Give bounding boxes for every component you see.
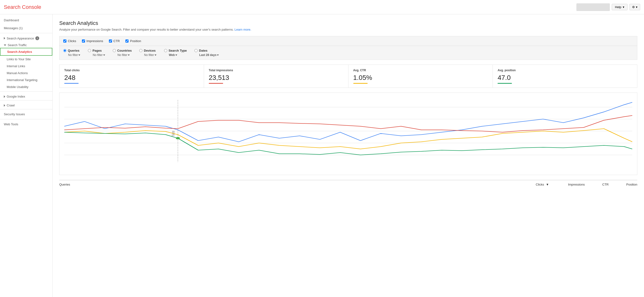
sidebar-item-manual-actions[interactable]: Manual Actions [0,70,52,77]
sidebar-section-search-traffic[interactable]: Search Traffic [0,41,52,48]
countries-sublabel[interactable]: No filter [113,53,132,57]
pages-radio[interactable] [88,49,91,52]
pages-radio-label[interactable]: Pages [88,49,105,52]
sort-descending-icon: ▼ [546,183,549,186]
sidebar-item-internal-links[interactable]: Internal Links [0,63,52,70]
position-checkbox-label[interactable]: Position [126,39,141,43]
stat-card-position: Avg. position 47.0 [493,65,637,88]
pages-sublabel[interactable]: No filter [88,53,105,57]
ctr-line [64,129,632,149]
dashboard-label: Dashboard [4,19,19,22]
queries-column-header[interactable]: Queries [59,183,513,186]
devices-radio-label[interactable]: Devices [139,49,156,52]
search-appearance-label: Search Appearance [7,37,34,40]
search-type-sublabel[interactable]: Web [164,53,187,57]
avg-ctr-label: Avg. CTR [353,69,488,72]
pages-filter-label: Pages [92,49,102,52]
chevron-right-icon-2 [4,95,5,98]
impressions-column-header[interactable]: Impressions [549,183,585,186]
crawl-label: Crawl [7,104,14,107]
sidebar-item-web-tools[interactable]: Web Tools [0,120,52,128]
clicks-checkbox[interactable] [63,40,66,43]
search-type-filter-value: Web [169,53,175,57]
search-type-chevron-icon [175,55,177,56]
google-index-label: Google Index [7,95,25,98]
position-label: Position [130,39,141,43]
queries-radio[interactable] [63,49,66,52]
sidebar-section-search-appearance[interactable]: Search Appearance i [0,34,52,41]
pages-filter-value: No filter [93,53,102,57]
position-col-label: Position [626,183,637,186]
header: Search Console Help ▾ ⚙ ▾ [0,0,644,14]
clicks-col-label: Clicks [536,183,544,186]
ctr-column-header[interactable]: CTR [585,183,609,186]
clicks-checkbox-label[interactable]: Clicks [63,39,76,43]
sidebar: Dashboard Messages (1) Search Appearance… [0,14,52,297]
international-targeting-label: International Targeting [7,78,37,82]
subtitle-text: Analyze your performance on Google Searc… [59,28,234,31]
position-column-header[interactable]: Position [609,183,637,186]
sidebar-item-search-analytics[interactable]: Search Analytics [0,48,52,56]
impressions-label: Impressions [86,39,103,43]
sidebar-item-security-issues[interactable]: Security Issues [0,110,52,118]
sidebar-section-crawl[interactable]: Crawl [0,101,52,108]
chart-svg-wrapper: Note [60,93,637,175]
position-indicator [498,83,512,84]
chevron-right-icon [4,37,5,40]
gear-icon: ⚙ [632,5,635,9]
search-type-radio-label[interactable]: Search Type [164,49,187,52]
countries-radio[interactable] [113,49,116,52]
devices-sublabel[interactable]: No filter [139,53,156,57]
dates-radio-label[interactable]: Dates [194,49,219,52]
ctr-checkbox-label[interactable]: CTR [109,39,120,43]
main-content: Search Analytics Analyze your performanc… [52,14,644,297]
search-type-filter-label: Search Type [169,49,187,52]
sidebar-item-international-targeting[interactable]: International Targeting [0,77,52,84]
sidebar-item-messages[interactable]: Messages (1) [0,24,52,32]
queries-filter-value: No filter [68,53,78,57]
account-button[interactable] [576,3,610,11]
pages-chevron-icon [103,55,105,56]
ctr-checkbox[interactable] [109,40,112,43]
queries-sublabel[interactable]: No filter [63,53,80,57]
dates-sublabel[interactable]: Last 28 days [194,53,219,57]
help-button[interactable]: Help ▾ [612,4,628,10]
sidebar-section-google-index[interactable]: Google Index [0,93,52,99]
position-checkbox[interactable] [126,40,128,43]
dates-radio[interactable] [194,49,198,52]
sidebar-item-mobile-usability[interactable]: Mobile Usability [0,84,52,90]
devices-filter-label: Devices [144,49,156,52]
search-analytics-label: Search Analytics [7,50,32,54]
search-traffic-label: Search Traffic [8,43,27,47]
settings-button[interactable]: ⚙ ▾ [630,4,640,10]
stat-card-impressions: Total impressions 23,513 [204,65,348,88]
stat-card-ctr: Avg. CTR 1.05% [348,65,493,88]
dates-chevron-icon [217,55,219,56]
impressions-line [64,116,632,132]
devices-radio[interactable] [139,49,142,52]
countries-filter-value: No filter [118,53,127,57]
total-impressions-value: 23,513 [209,74,344,82]
chevron-down-icon [4,45,6,46]
learn-more-link[interactable]: Learn more. [234,28,251,31]
clicks-indicator [64,83,78,84]
countries-filter-group: Countries No filter [113,49,132,57]
ctr-col-label: CTR [602,183,609,186]
search-type-filter-group: Search Type Web [164,49,187,57]
sidebar-item-dashboard[interactable]: Dashboard [0,16,52,24]
internal-links-label: Internal Links [7,64,25,68]
divider-3 [0,100,52,100]
impressions-checkbox-label[interactable]: Impressions [82,39,103,43]
clicks-column-header[interactable]: Clicks ▼ [513,183,549,186]
queries-radio-label[interactable]: Queries [63,49,80,52]
avg-position-value: 47.0 [498,74,632,82]
total-impressions-label: Total impressions [209,69,344,72]
impressions-checkbox[interactable] [82,40,85,43]
queries-filter-label: Queries [68,49,79,52]
main-layout: Dashboard Messages (1) Search Appearance… [0,14,644,297]
countries-radio-label[interactable]: Countries [113,49,132,52]
search-type-radio[interactable] [164,49,167,52]
divider-4 [0,109,52,109]
help-arrow-icon: ▾ [623,5,624,9]
sidebar-item-links-to-your-site[interactable]: Links to Your Site [0,56,52,63]
